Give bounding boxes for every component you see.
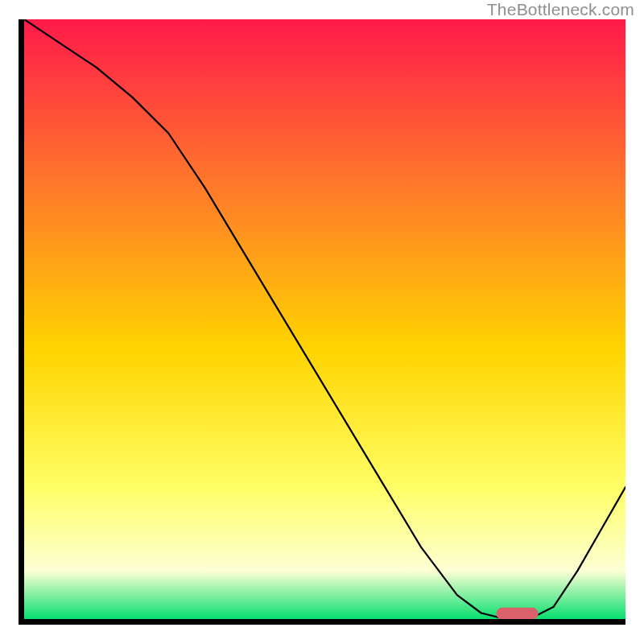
bottleneck-chart: TheBottleneck.com <box>0 0 644 644</box>
gradient-background <box>24 19 625 619</box>
y-axis <box>19 19 24 625</box>
plot-svg <box>24 19 625 619</box>
x-axis <box>19 619 625 625</box>
optimal-range-marker <box>496 608 538 619</box>
watermark-label: TheBottleneck.com <box>487 0 634 19</box>
plot-area <box>24 19 625 619</box>
